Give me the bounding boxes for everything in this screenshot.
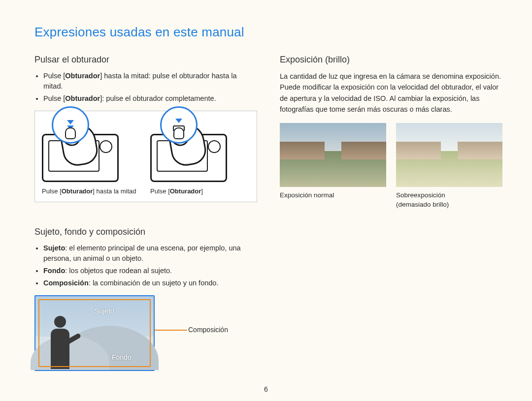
section-heading-exposure: Exposición (brillo): [280, 55, 502, 65]
text: ] hasta la mitad: [93, 187, 136, 195]
composition-figure: Sujeto Fondo Composición: [34, 295, 232, 371]
building-icon: [396, 142, 441, 159]
text: : la combinación de un sujeto y un fondo…: [89, 279, 219, 287]
composition-bullets: Sujeto: el elemento principal de una esc…: [34, 243, 257, 288]
text: Pulse [: [43, 72, 65, 80]
photo-normal-exposure: [280, 123, 386, 187]
text: Pulse [: [42, 187, 62, 195]
text: ]: [201, 187, 203, 195]
building-icon: [280, 142, 325, 159]
exposure-normal: Exposición normal: [280, 123, 386, 210]
two-column-layout: Pulsar el obturador Pulse [Obturador] ha…: [34, 55, 502, 375]
press-bubble-icon: [160, 106, 198, 144]
bold: Sujeto: [43, 244, 65, 252]
arrow-down-icon: [175, 119, 182, 123]
fingertip-icon: [173, 127, 184, 139]
text: Pulse [: [43, 94, 65, 102]
bold: Obturador: [62, 187, 93, 195]
bullet-composition: Composición: la combinación de un sujeto…: [43, 278, 257, 288]
callout-line: [155, 330, 187, 331]
shutter-diagram-box: Pulse [Obturador] hasta la mitad: [34, 111, 257, 202]
building-icon: [458, 142, 502, 159]
bold: Composición: [43, 279, 89, 287]
text: (demasiado brillo): [396, 201, 449, 208]
bold: Obturador: [65, 94, 100, 102]
press-bubble-icon: [52, 106, 89, 144]
text: : el elemento principal de una escena, p…: [43, 244, 241, 262]
shutter-bullets: Pulse [Obturador] hasta la mitad: pulse …: [34, 71, 257, 104]
building-icon: [341, 142, 386, 159]
caption-over: Sobreexposición (demasiado brillo): [396, 191, 502, 210]
arrow-down-icon: [67, 120, 74, 124]
composition-frame: Sujeto Fondo: [34, 295, 155, 371]
bold: Obturador: [65, 72, 100, 80]
page-title: Expresiones usadas en este manual: [34, 25, 502, 40]
camera-illustration-half: [42, 118, 141, 187]
label-subject: Sujeto: [95, 307, 114, 315]
page-number: 6: [0, 385, 532, 393]
label-background: Fondo: [112, 353, 132, 361]
right-column: Exposición (brillo) La cantidad de luz q…: [280, 55, 502, 375]
fingertip-icon: [65, 127, 76, 139]
section-heading-composition: Sujeto, fondo y composición: [34, 227, 257, 237]
label-composition: Composición: [188, 326, 228, 334]
camera-illustration-full: [150, 118, 250, 187]
bullet-full-press: Pulse [Obturador]: pulse el obturador co…: [43, 93, 257, 104]
photo-over-exposure: [396, 123, 502, 187]
exposure-paragraph: La cantidad de luz que ingresa en la cám…: [280, 71, 502, 115]
text: Pulse [: [150, 187, 170, 195]
bullet-half-press: Pulse [Obturador] hasta la mitad: pulse …: [43, 71, 257, 92]
caption-full-press: Pulse [Obturador]: [150, 187, 250, 196]
text: : los objetos que rodean al sujeto.: [65, 267, 172, 275]
bullet-background: Fondo: los objetos que rodean al sujeto.: [43, 266, 257, 276]
bold: Obturador: [170, 187, 201, 195]
bullet-subject: Sujeto: el elemento principal de una esc…: [43, 243, 257, 264]
text: ]: pulse el obturador completamente.: [100, 94, 216, 102]
bold: Fondo: [43, 267, 65, 275]
text: Sobreexposición: [396, 191, 445, 199]
section-heading-shutter: Pulsar el obturador: [34, 55, 257, 65]
shutter-full-figure: Pulse [Obturador]: [150, 118, 250, 196]
shutter-half-figure: Pulse [Obturador] hasta la mitad: [42, 118, 141, 196]
manual-page: Expresiones usadas en este manual Pulsar…: [0, 0, 532, 401]
exposure-examples: Exposición normal Sobreexposición (demas…: [280, 123, 502, 210]
caption-normal: Exposición normal: [280, 191, 386, 200]
exposure-over: Sobreexposición (demasiado brillo): [396, 123, 502, 210]
caption-half-press: Pulse [Obturador] hasta la mitad: [42, 187, 141, 196]
left-column: Pulsar el obturador Pulse [Obturador] ha…: [34, 55, 257, 375]
